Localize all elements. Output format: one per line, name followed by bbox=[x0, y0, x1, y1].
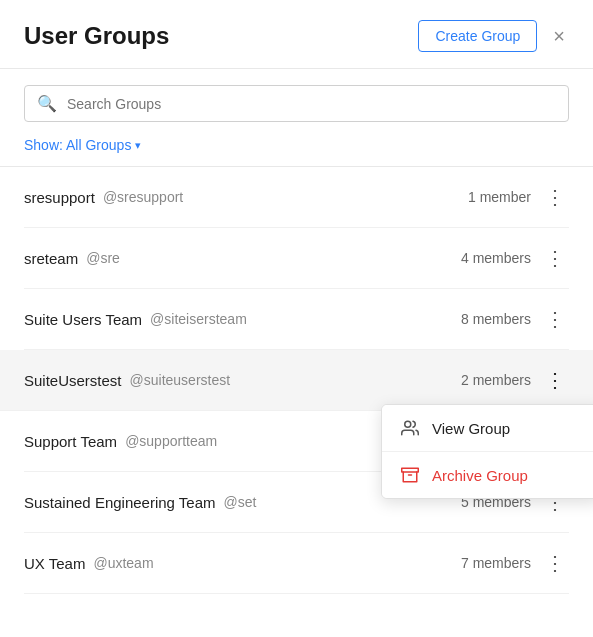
member-count: 7 members bbox=[461, 555, 531, 571]
group-info: UX Team @uxteam bbox=[24, 555, 154, 572]
groups-list: sresupport @sresupport 1 member ⋮ sretea… bbox=[0, 167, 593, 594]
group-handle: @sre bbox=[86, 250, 120, 266]
more-options-button[interactable]: ⋮ bbox=[541, 185, 569, 209]
more-options-button[interactable]: ⋮ bbox=[541, 368, 569, 392]
svg-rect-1 bbox=[402, 468, 419, 472]
group-handle: @suiteuserstest bbox=[130, 372, 231, 388]
group-name: sresupport bbox=[24, 189, 95, 206]
page-title: User Groups bbox=[24, 22, 169, 50]
group-right: 2 members ⋮ View Group bbox=[461, 368, 569, 392]
member-count: 2 members bbox=[461, 372, 531, 388]
svg-point-0 bbox=[405, 421, 411, 427]
group-handle: @supportteam bbox=[125, 433, 217, 449]
group-right: 7 members ⋮ bbox=[461, 551, 569, 575]
context-menu: View Group Archive Group bbox=[381, 404, 593, 499]
table-row: sresupport @sresupport 1 member ⋮ bbox=[24, 167, 569, 228]
group-info: Sustained Engineering Team @set bbox=[24, 494, 256, 511]
group-name: Sustained Engineering Team bbox=[24, 494, 216, 511]
member-count: 4 members bbox=[461, 250, 531, 266]
group-name: sreteam bbox=[24, 250, 78, 267]
search-input[interactable] bbox=[67, 96, 556, 112]
group-handle: @uxteam bbox=[93, 555, 153, 571]
group-info: SuiteUserstest @suiteuserstest bbox=[24, 372, 230, 389]
more-options-button[interactable]: ⋮ bbox=[541, 246, 569, 270]
table-row: UX Team @uxteam 7 members ⋮ bbox=[24, 533, 569, 594]
filter-label: Show: All Groups bbox=[24, 137, 131, 153]
search-box: 🔍 bbox=[24, 85, 569, 122]
archive-group-menu-item[interactable]: Archive Group bbox=[382, 451, 593, 498]
group-info: sreteam @sre bbox=[24, 250, 120, 267]
group-right: 8 members ⋮ bbox=[461, 307, 569, 331]
member-count: 1 member bbox=[468, 189, 531, 205]
more-options-button[interactable]: ⋮ bbox=[541, 307, 569, 331]
group-name: Support Team bbox=[24, 433, 117, 450]
group-info: Suite Users Team @siteisersteam bbox=[24, 311, 247, 328]
search-container: 🔍 bbox=[0, 69, 593, 132]
table-row: sreteam @sre 4 members ⋮ bbox=[24, 228, 569, 289]
page-header: User Groups Create Group × bbox=[0, 0, 593, 69]
create-group-button[interactable]: Create Group bbox=[418, 20, 537, 52]
group-name: SuiteUserstest bbox=[24, 372, 122, 389]
table-row: SuiteUserstest @suiteuserstest 2 members… bbox=[0, 350, 593, 411]
group-info: Support Team @supportteam bbox=[24, 433, 217, 450]
group-right: 4 members ⋮ bbox=[461, 246, 569, 270]
filter-bar: Show: All Groups ▾ bbox=[0, 132, 593, 167]
group-name: Suite Users Team bbox=[24, 311, 142, 328]
search-icon: 🔍 bbox=[37, 94, 57, 113]
archive-icon bbox=[400, 466, 420, 484]
header-actions: Create Group × bbox=[418, 20, 569, 52]
chevron-down-icon: ▾ bbox=[135, 139, 141, 152]
group-handle: @siteisersteam bbox=[150, 311, 247, 327]
group-info: sresupport @sresupport bbox=[24, 189, 183, 206]
archive-group-label: Archive Group bbox=[432, 467, 528, 484]
view-group-menu-item[interactable]: View Group bbox=[382, 405, 593, 451]
member-count: 8 members bbox=[461, 311, 531, 327]
group-handle: @sresupport bbox=[103, 189, 183, 205]
filter-link[interactable]: Show: All Groups ▾ bbox=[24, 137, 141, 153]
close-button[interactable]: × bbox=[549, 22, 569, 50]
group-right: 1 member ⋮ bbox=[468, 185, 569, 209]
group-handle: @set bbox=[224, 494, 257, 510]
group-name: UX Team bbox=[24, 555, 85, 572]
view-group-label: View Group bbox=[432, 420, 510, 437]
table-row: Suite Users Team @siteisersteam 8 member… bbox=[24, 289, 569, 350]
view-group-icon bbox=[400, 419, 420, 437]
more-options-button[interactable]: ⋮ bbox=[541, 551, 569, 575]
